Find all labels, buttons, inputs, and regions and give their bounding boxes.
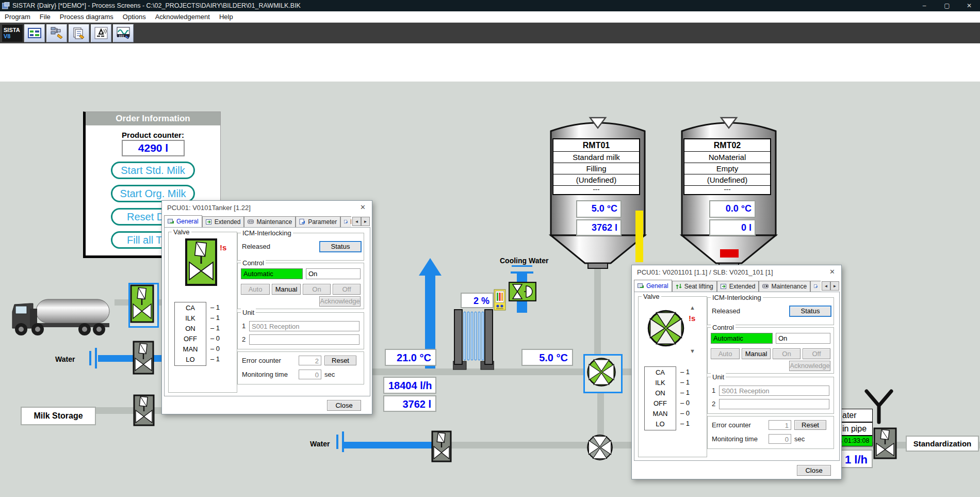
app-icon <box>2 2 10 10</box>
standardization-valve[interactable] <box>873 427 897 461</box>
dialog1-monitoring-label: Monitoring time <box>242 371 288 378</box>
inlet-temp-readout: 21.0 °C <box>385 349 436 366</box>
dialog2-close-button[interactable]: Close <box>797 465 831 476</box>
dialog1-tab-extended[interactable]: Extended <box>202 216 244 227</box>
tank1-extra: --- <box>553 186 639 194</box>
dialog1-reset-button[interactable]: Reset <box>324 356 356 365</box>
alarm-icon[interactable] <box>91 24 111 42</box>
dialog1-close-button[interactable]: Close <box>327 400 361 411</box>
dialog2-released-text: Released <box>712 307 740 315</box>
dialog2-off-button[interactable]: Off <box>803 348 830 359</box>
outlet-temp-readout: 5.0 °C <box>521 349 573 366</box>
dialog2-manual-button[interactable]: Manual <box>742 348 771 359</box>
dialog1-unit2-field[interactable] <box>249 334 360 345</box>
milk-storage-label: Milk Storage <box>21 407 96 425</box>
volume-readout: 3762 l <box>383 395 436 412</box>
close-button[interactable]: ✕ <box>958 0 980 11</box>
sistar-v8-logo: SISTA V8 <box>2 25 23 42</box>
trend-icon[interactable]: IOI <box>113 24 134 42</box>
dialog2-unit2-field[interactable] <box>719 399 829 409</box>
menu-file[interactable]: File <box>35 13 55 21</box>
valve-dialog-1: PCU01: V0101Tanker [1.22] ✕ General Exte… <box>161 200 372 414</box>
menu-help[interactable]: Help <box>215 13 238 21</box>
list-edit-icon[interactable] <box>69 24 89 42</box>
dialog2-unit1-field[interactable]: S001 Reception <box>719 386 829 396</box>
truck-valve-selected[interactable] <box>128 283 159 328</box>
dialog1-tab-overflow[interactable]: B <box>340 216 351 227</box>
dialog2-monitoring-field[interactable]: 0 <box>769 434 791 444</box>
dialog1-tab-scroll-left[interactable]: ◄ <box>352 217 361 226</box>
dialog1-unit-group: Unit 1 S001 Reception 2 <box>237 312 364 349</box>
window-titlebar: SISTAR {Dairy} [*DEMO*] - Process Screen… <box>0 0 980 11</box>
dialog1-title: PCU01: V0101Tanker [1.22] <box>167 204 251 212</box>
maximize-button[interactable]: ▢ <box>936 0 958 11</box>
dialog1-close-icon[interactable]: ✕ <box>360 203 366 211</box>
milk-storage-valve[interactable] <box>133 394 155 428</box>
application-window: SISTAR {Dairy} [*DEMO*] - Process Screen… <box>0 0 980 497</box>
dialog2-tab-overflow[interactable]: P <box>810 281 821 292</box>
dialog1-monitoring-field[interactable]: 0 <box>299 370 321 379</box>
start-org-milk-button[interactable]: Start Org. Milk <box>111 185 195 202</box>
water-left-valve[interactable] <box>133 341 154 377</box>
dialog2-acknowledge-button[interactable]: Acknowledge <box>789 361 830 371</box>
dialog2-counter-group: Error counter 1 Reset Monitoring time 0 … <box>707 416 834 449</box>
menu-options[interactable]: Options <box>118 13 151 21</box>
dialog2-tab-maintenance[interactable]: Maintenance <box>759 281 810 292</box>
minimize-button[interactable]: – <box>913 0 936 11</box>
tank1-level-indicator <box>635 211 643 262</box>
menu-process-diagrams[interactable]: Process diagrams <box>55 13 118 21</box>
dialog1-tab-scroll-right[interactable]: ► <box>361 217 370 226</box>
menu-acknowledgement[interactable]: Acknowledgement <box>151 13 215 21</box>
dialog2-error-field[interactable]: 1 <box>769 420 791 430</box>
dialog1-io-values: – 1– 1– 1 – 0– 0– 1 <box>210 302 220 364</box>
dialog1-on-button[interactable]: On <box>303 284 331 295</box>
return-arrow-head <box>419 258 442 276</box>
toolbar: SISTA V8 IOI <box>0 23 980 43</box>
tank2-mode: (Undefined) <box>684 174 770 186</box>
dialog2-spin-up-icon[interactable]: ▲ <box>690 304 695 311</box>
dialog2-io-list: CA ILK ON OFF MAN LO <box>644 366 676 430</box>
dialog2-tab-seat-lifting[interactable]: Seat lifting <box>672 281 717 292</box>
dialog2-reset-button[interactable]: Reset <box>794 420 826 430</box>
dialog2-auto-button[interactable]: Auto <box>711 348 740 359</box>
dialog2-on-button[interactable]: On <box>773 348 801 359</box>
cooling-control-valve[interactable] <box>509 282 536 303</box>
cooling-break-1 <box>512 265 532 267</box>
dialog2-icm-group: ICM-Interlocking Released Status <box>707 297 834 325</box>
dialog1-unit1-field[interactable]: S001 Reception <box>249 321 360 331</box>
tank2-temp-readout: 0.0 °C <box>709 200 756 218</box>
dialog1-tab-parameter[interactable]: Parameter <box>296 216 340 227</box>
dialog1-status-button[interactable]: Status <box>319 241 362 252</box>
dialog2-tab-scroll-left[interactable]: ◄ <box>822 281 830 291</box>
order-panel-title: Order Information <box>86 112 220 125</box>
dialog1-tab-general[interactable]: General <box>164 215 202 227</box>
dialog2-close-icon[interactable]: ✕ <box>829 268 835 276</box>
water-bottom-valve[interactable] <box>431 430 452 464</box>
dialog2-tabs: General Seat lifting Extended Maintenanc… <box>634 280 821 292</box>
heat-exchanger[interactable] <box>453 309 494 373</box>
tank1-name: RMT01 <box>553 139 639 152</box>
dialog2-status-button[interactable]: Status <box>789 306 831 317</box>
product-counter-label: Product counter: <box>86 131 220 139</box>
dialog1-sec-label: sec <box>324 371 335 378</box>
process-screen-icon[interactable] <box>24 24 45 42</box>
start-std-milk-button[interactable]: Start Std. Milk <box>111 162 195 179</box>
menu-program[interactable]: Program <box>0 13 35 21</box>
positioner-indicator-icon[interactable] <box>494 289 506 313</box>
dialog2-tab-scroll-right[interactable]: ► <box>830 281 839 291</box>
dialog1-acknowledge-button[interactable]: Acknowledge <box>319 296 361 307</box>
dialog1-off-button[interactable]: Off <box>333 284 361 295</box>
dialog1-mode-field: Automatic <box>241 268 303 279</box>
dialog1-tab-maintenance[interactable]: Maintenance <box>244 216 296 227</box>
pipe-valve-connector <box>597 387 604 437</box>
dialog1-manual-button[interactable]: Manual <box>272 284 301 295</box>
dialog2-tab-extended[interactable]: Extended <box>717 281 759 292</box>
lower-line-valve[interactable] <box>586 434 613 463</box>
diagram-edit-icon[interactable] <box>46 24 67 42</box>
dialog1-auto-button[interactable]: Auto <box>241 284 270 295</box>
dialog1-valve-icon <box>185 238 218 288</box>
dialog2-spin-down-icon[interactable]: ▼ <box>690 348 695 354</box>
tank-outlet-valve-selected[interactable] <box>583 354 623 393</box>
dialog1-error-field[interactable]: 2 <box>299 356 321 365</box>
dialog2-tab-general[interactable]: General <box>634 280 672 292</box>
